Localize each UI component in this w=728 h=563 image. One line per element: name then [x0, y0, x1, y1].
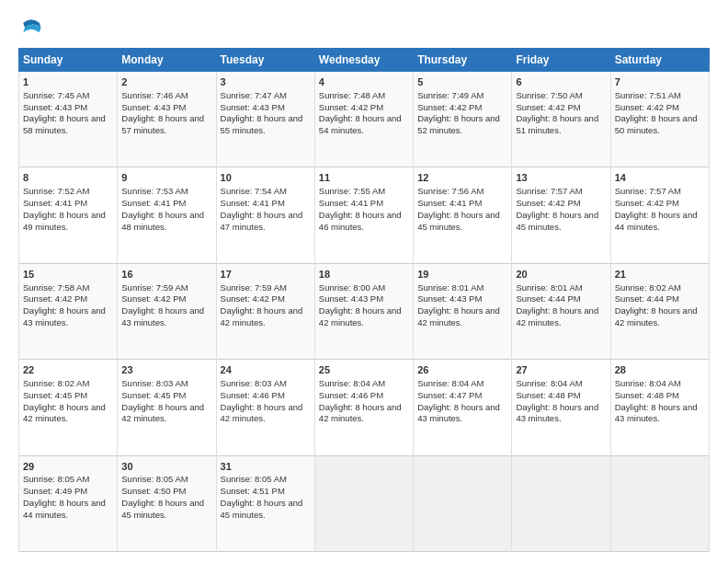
calendar-cell: 24Sunrise: 8:03 AMSunset: 4:46 PMDayligh… — [216, 360, 314, 455]
calendar-cell: 11Sunrise: 7:55 AMSunset: 4:41 PMDayligh… — [314, 167, 413, 263]
day-number: 21 — [615, 268, 705, 282]
calendar-cell: 14Sunrise: 7:57 AMSunset: 4:42 PMDayligh… — [610, 167, 709, 263]
calendar-week-4: 22Sunrise: 8:02 AMSunset: 4:45 PMDayligh… — [19, 360, 710, 455]
day-number: 19 — [417, 268, 507, 282]
day-header-monday: Monday — [118, 49, 216, 72]
calendar-cell: 4Sunrise: 7:48 AMSunset: 4:42 PMDaylight… — [314, 72, 413, 167]
day-number: 1 — [23, 75, 113, 89]
calendar-cell: 23Sunrise: 8:03 AMSunset: 4:45 PMDayligh… — [118, 360, 216, 455]
calendar-cell: 30Sunrise: 8:05 AMSunset: 4:50 PMDayligh… — [118, 455, 216, 551]
calendar-cell — [414, 455, 512, 551]
calendar-cell: 10Sunrise: 7:54 AMSunset: 4:41 PMDayligh… — [216, 167, 314, 263]
day-number: 18 — [319, 268, 409, 282]
calendar-cell: 1Sunrise: 7:45 AMSunset: 4:43 PMDaylight… — [19, 72, 118, 167]
calendar-cell: 18Sunrise: 8:00 AMSunset: 4:43 PMDayligh… — [314, 263, 413, 359]
day-number: 6 — [516, 75, 606, 89]
day-number: 9 — [121, 171, 211, 185]
calendar-cell: 25Sunrise: 8:04 AMSunset: 4:46 PMDayligh… — [314, 360, 413, 455]
day-number: 5 — [417, 75, 507, 89]
calendar-cell: 5Sunrise: 7:49 AMSunset: 4:42 PMDaylight… — [414, 72, 512, 167]
day-header-saturday: Saturday — [610, 49, 709, 72]
calendar-cell: 6Sunrise: 7:50 AMSunset: 4:42 PMDaylight… — [512, 72, 610, 167]
day-number: 10 — [221, 171, 311, 185]
calendar-cell: 15Sunrise: 7:58 AMSunset: 4:42 PMDayligh… — [19, 263, 118, 359]
day-number: 12 — [417, 171, 507, 185]
day-number: 4 — [319, 75, 409, 89]
logo — [18, 15, 48, 40]
day-number: 24 — [221, 363, 311, 377]
day-number: 13 — [516, 171, 606, 185]
calendar-cell: 29Sunrise: 8:05 AMSunset: 4:49 PMDayligh… — [19, 455, 118, 551]
calendar-table: SundayMondayTuesdayWednesdayThursdayFrid… — [18, 48, 710, 552]
day-number: 28 — [615, 363, 705, 377]
calendar-page: SundayMondayTuesdayWednesdayThursdayFrid… — [0, 0, 728, 563]
logo-icon — [18, 15, 44, 40]
day-number: 23 — [121, 363, 211, 377]
day-header-tuesday: Tuesday — [216, 49, 314, 72]
day-number: 11 — [319, 171, 409, 185]
day-header-friday: Friday — [512, 49, 610, 72]
calendar-cell: 28Sunrise: 8:04 AMSunset: 4:48 PMDayligh… — [610, 360, 709, 455]
calendar-cell: 13Sunrise: 7:57 AMSunset: 4:42 PMDayligh… — [512, 167, 610, 263]
day-number: 22 — [23, 363, 113, 377]
calendar-cell — [512, 455, 610, 551]
calendar-cell: 12Sunrise: 7:56 AMSunset: 4:41 PMDayligh… — [414, 167, 512, 263]
calendar-cell — [610, 455, 709, 551]
day-number: 16 — [121, 268, 211, 282]
calendar-week-1: 1Sunrise: 7:45 AMSunset: 4:43 PMDaylight… — [19, 72, 710, 167]
day-header-thursday: Thursday — [414, 49, 512, 72]
calendar-week-5: 29Sunrise: 8:05 AMSunset: 4:49 PMDayligh… — [19, 455, 710, 551]
calendar-cell: 7Sunrise: 7:51 AMSunset: 4:42 PMDaylight… — [610, 72, 709, 167]
calendar-cell: 26Sunrise: 8:04 AMSunset: 4:47 PMDayligh… — [414, 360, 512, 455]
day-number: 8 — [23, 171, 113, 185]
calendar-cell: 27Sunrise: 8:04 AMSunset: 4:48 PMDayligh… — [512, 360, 610, 455]
day-number: 30 — [121, 460, 211, 474]
calendar-header-row: SundayMondayTuesdayWednesdayThursdayFrid… — [19, 49, 710, 72]
day-header-sunday: Sunday — [19, 49, 118, 72]
header — [18, 15, 710, 40]
calendar-cell: 22Sunrise: 8:02 AMSunset: 4:45 PMDayligh… — [19, 360, 118, 455]
day-header-wednesday: Wednesday — [314, 49, 413, 72]
day-number: 15 — [23, 268, 113, 282]
day-number: 3 — [221, 75, 311, 89]
calendar-week-2: 8Sunrise: 7:52 AMSunset: 4:41 PMDaylight… — [19, 167, 710, 263]
day-number: 7 — [615, 75, 705, 89]
calendar-week-3: 15Sunrise: 7:58 AMSunset: 4:42 PMDayligh… — [19, 263, 710, 359]
day-number: 29 — [23, 460, 113, 474]
calendar-cell: 19Sunrise: 8:01 AMSunset: 4:43 PMDayligh… — [414, 263, 512, 359]
calendar-cell: 9Sunrise: 7:53 AMSunset: 4:41 PMDaylight… — [118, 167, 216, 263]
calendar-cell: 16Sunrise: 7:59 AMSunset: 4:42 PMDayligh… — [118, 263, 216, 359]
day-number: 14 — [615, 171, 705, 185]
calendar-cell: 31Sunrise: 8:05 AMSunset: 4:51 PMDayligh… — [216, 455, 314, 551]
day-number: 20 — [516, 268, 606, 282]
day-number: 26 — [417, 363, 507, 377]
day-number: 31 — [221, 460, 311, 474]
calendar-cell: 17Sunrise: 7:59 AMSunset: 4:42 PMDayligh… — [216, 263, 314, 359]
calendar-cell: 2Sunrise: 7:46 AMSunset: 4:43 PMDaylight… — [118, 72, 216, 167]
day-number: 25 — [319, 363, 409, 377]
calendar-cell: 21Sunrise: 8:02 AMSunset: 4:44 PMDayligh… — [610, 263, 709, 359]
calendar-cell — [314, 455, 413, 551]
day-number: 27 — [516, 363, 606, 377]
day-number: 2 — [121, 75, 211, 89]
day-number: 17 — [221, 268, 311, 282]
calendar-cell: 20Sunrise: 8:01 AMSunset: 4:44 PMDayligh… — [512, 263, 610, 359]
calendar-cell: 3Sunrise: 7:47 AMSunset: 4:43 PMDaylight… — [216, 72, 314, 167]
calendar-cell: 8Sunrise: 7:52 AMSunset: 4:41 PMDaylight… — [19, 167, 118, 263]
